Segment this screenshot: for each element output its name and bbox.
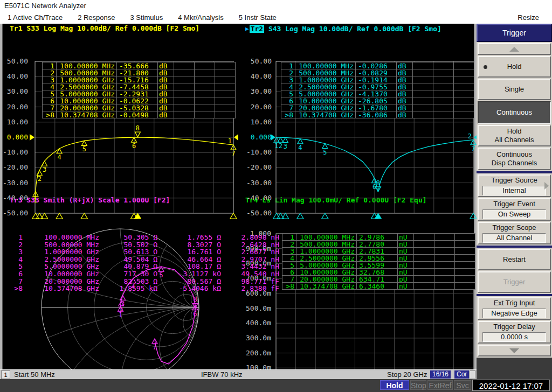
softkey-continuous-label: Continuous — [496, 108, 532, 117]
marker-table-cell: dB — [158, 90, 174, 97]
marker-table-row: 1100.00000 MHz-35.666dB — [43, 62, 236, 69]
menu-stimulus[interactable]: 3 Stimulus — [123, 12, 171, 24]
softkey-single[interactable]: Single — [478, 79, 551, 100]
marker-table-cell: 2 — [282, 241, 296, 248]
tr2-header[interactable]: ▶Tr2 S43 Log Mag 10.00dB/ Ref 0.000dB [F… — [245, 24, 441, 33]
marker-table-cell — [174, 90, 195, 97]
marker-table-cell: 717.30 Ω — [99, 270, 157, 278]
marker-table-cell: >8 — [43, 111, 57, 118]
softkey-trigger-delay[interactable]: Trigger Delay 0.0000 s — [478, 321, 551, 344]
softkey-trigger-scope[interactable]: Trigger Scope All Channel — [478, 222, 551, 244]
marker-number: 1 — [274, 142, 278, 150]
marker-table-cell: -0.0622 — [117, 97, 158, 104]
marker-table-row: 31.0000000 GHz-15.716dB — [43, 76, 236, 83]
stimulus-marker-icon — [230, 213, 237, 219]
status-bar: 1 Start 50 MHz IFBW 70 kHz Stop 20 GHz 1… — [0, 369, 477, 380]
softkey-ext-trig-input[interactable]: Ext Trig Input Negative Edge — [478, 297, 551, 320]
marker-table-cell — [215, 90, 236, 97]
marker-table-cell: 46.664 Ω — [157, 256, 221, 263]
marker-table-row: 1100.00000 MHz-0.0286dB — [281, 62, 474, 69]
softkey-menu-title: Trigger — [477, 24, 552, 42]
marker-table-cell: 10.374708 GHz — [295, 111, 356, 118]
menu-active-ch-trace[interactable]: 1 Active Ch/Trace — [0, 12, 70, 24]
marker-table-cell: 82.503 Ω — [99, 278, 157, 285]
marker-table-cell: 50.502 Ω — [99, 241, 157, 249]
marker-table-cell — [454, 83, 474, 90]
marker-number: 7 — [471, 145, 475, 152]
start-frequency: Start 50 MHz — [14, 370, 55, 379]
tr1-header[interactable]: Tr1 S33 Log Mag 10.00dB/ Ref 0.000dB [F2… — [10, 24, 199, 33]
marker-table-cell — [455, 255, 475, 262]
marker-number: 2 — [38, 175, 42, 183]
softkey-trigger-source[interactable]: Trigger Source Internal — [478, 174, 551, 197]
menu-resize[interactable]: Resize — [510, 12, 547, 24]
marker-table-cell: -26.805 — [356, 97, 397, 104]
marker-table-cell: 2.9786 — [357, 234, 398, 241]
marker-table-cell: -80.567 Ω — [157, 278, 221, 285]
marker-table-cell: 20.000000 GHz — [57, 104, 117, 111]
marker-table-cell: 5.0000000 GHz — [23, 263, 99, 270]
ref-level-arrow-right-icon — [234, 134, 238, 141]
softkey-trigger-event[interactable]: Trigger Event On Sweep — [478, 198, 551, 221]
marker-table-cell: 98.771 fF — [221, 278, 279, 285]
marker-table-cell: dB — [397, 83, 413, 90]
softkey-continuous-disp-channels[interactable]: Continuous Disp Channels — [478, 148, 551, 170]
marker-table-cell — [434, 276, 455, 283]
marker-table-cell — [454, 76, 474, 83]
softkey-scroll-down-button[interactable] — [478, 345, 551, 356]
stimulus-marker-icon — [322, 213, 328, 219]
marker-number: 4 — [298, 144, 302, 151]
softkey-cont-disp-line2: Disp Channels — [492, 159, 537, 167]
marker-table-cell: nU — [398, 234, 414, 241]
marker-table-cell — [414, 248, 434, 255]
marker-number: 6 — [193, 310, 197, 318]
menu-response[interactable]: 2 Response — [70, 12, 122, 24]
datetime-display: 2022-01-12 17:07 — [472, 380, 550, 391]
menu-instr-state[interactable]: 5 Instr State — [231, 12, 284, 24]
softkey-continuous[interactable]: Continuous — [478, 101, 551, 124]
softkey-panel: Trigger Hold Single Continuous Hold All … — [477, 24, 552, 379]
softkey-group-separator — [477, 171, 552, 173]
marker-table-cell — [434, 283, 455, 290]
softkey-hold[interactable]: Hold — [478, 56, 551, 78]
marker-table-cell — [454, 69, 474, 76]
marker-table-cell: nU — [398, 248, 414, 255]
marker-table-cell: 1 — [281, 62, 295, 69]
softkey-restart[interactable]: Restart — [478, 249, 551, 270]
marker-table-cell — [455, 269, 475, 276]
marker-table-row: 610.000000 GHz717.30 Ω3.1127 kΩ49.540 nH — [6, 270, 279, 278]
marker-table-cell: 3 — [281, 76, 295, 83]
tr2-active-badge: Tr2 — [250, 25, 264, 33]
marker-table-cell — [433, 111, 454, 118]
softkey-trigger-label: Trigger — [503, 278, 526, 286]
marker-table-cell: dB — [397, 62, 413, 69]
marker-table-row: 2500.00000 MHz2.7780nU — [282, 241, 475, 248]
marker-table-row: 42.5000000 GHz-7.4458dB — [43, 83, 236, 90]
window-title: E5071C Network Analyzer — [0, 0, 552, 12]
marker-number: 2 — [279, 142, 282, 150]
marker-table-cell: 2.7831 — [357, 248, 398, 255]
marker-table-cell: 500.00000 MHz — [57, 69, 117, 76]
marker-table-row: 720.000000 GHz634.71pU — [282, 276, 475, 283]
active-marker-number: 8 — [376, 179, 380, 187]
softkey-scroll-up-button[interactable] — [478, 43, 551, 55]
marker-table-cell — [215, 69, 236, 76]
marker-table-cell: -15.716 — [117, 76, 158, 83]
marker-table-cell — [455, 276, 475, 283]
marker-table-cell: 49.540 nH — [221, 270, 279, 278]
marker-table-row: 1100.00000 MHz2.9786nU — [282, 234, 475, 241]
marker-table-cell: 7 — [43, 104, 57, 111]
softkey-hold-all-channels[interactable]: Hold All Channels — [478, 125, 551, 146]
softkey-hold-label: Hold — [507, 62, 522, 71]
marker-table-cell: 3.1127 kΩ — [157, 270, 221, 278]
marker-table-cell — [455, 262, 475, 269]
menu-mkr-analysis[interactable]: 4 Mkr/Analysis — [170, 12, 231, 24]
marker-table-cell: dB — [158, 76, 174, 83]
tr1-marker-table: 1100.00000 MHz-35.666dB2500.00000 MHz-21… — [42, 62, 236, 118]
marker-table-row: 31.0000000 GHz-0.1914dB — [281, 76, 474, 83]
marker-table-cell: 2.5000000 GHz — [296, 255, 357, 262]
marker-table-cell: 5 — [6, 263, 23, 270]
marker-table-cell — [413, 111, 433, 118]
marker-table-cell — [433, 90, 454, 97]
marker-number: 5 — [82, 145, 86, 153]
